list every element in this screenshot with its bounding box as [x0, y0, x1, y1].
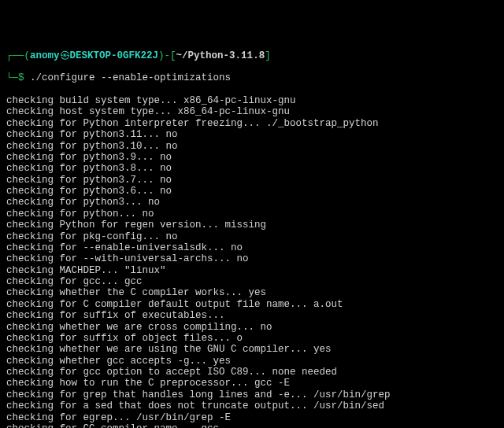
output-line: checking for Python interpreter freezing… — [6, 118, 498, 129]
output-line: checking whether gcc accepts -g... yes — [6, 356, 498, 367]
output-line: checking for gcc... gcc — [6, 276, 498, 287]
prompt-host: DESKTOP-0GFK22J — [70, 50, 159, 61]
output-line: checking build system type... x86_64-pc-… — [6, 95, 498, 106]
terminal-output: checking build system type... x86_64-pc-… — [6, 95, 498, 428]
output-line: checking for --enable-universalsdk... no — [6, 242, 498, 253]
prompt-open-bracket: [ — [170, 50, 176, 61]
prompt-line-2[interactable]: └─$ ./configure --enable-optimizations — [6, 72, 498, 83]
output-line: checking for python... no — [6, 208, 498, 220]
output-line: checking for python3.10... no — [6, 141, 498, 152]
prompt-second-prefix: └─ — [6, 72, 18, 83]
prompt-user: anomy — [30, 50, 60, 61]
prompt-dollar: $ — [18, 72, 30, 83]
output-line: checking for CC compiler name... gcc — [6, 423, 498, 428]
output-line: checking for a sed that does not truncat… — [6, 400, 498, 411]
output-line: checking for --with-universal-archs... n… — [6, 253, 498, 264]
output-line: checking for pkg-config... no — [6, 231, 498, 242]
output-line: checking for python3... no — [6, 197, 498, 208]
output-line: checking Python for regen version... mis… — [6, 220, 498, 231]
output-line: checking for python3.9... no — [6, 152, 498, 163]
output-line: checking how to run the C preprocessor..… — [6, 378, 498, 389]
output-line: checking for grep that handles long line… — [6, 389, 498, 400]
prompt-close-bracket: ] — [265, 50, 271, 61]
output-line: checking whether we are cross compiling.… — [6, 322, 498, 333]
output-line: checking for suffix of object files... o — [6, 333, 498, 344]
prompt-path: ~/Python-3.11.8 — [176, 50, 265, 61]
prompt-at: ㉿ — [60, 50, 70, 61]
command-text: ./configure --enable-optimizations — [30, 72, 231, 83]
output-line: checking whether we are using the GNU C … — [6, 344, 498, 355]
output-line: checking for python3.6... no — [6, 186, 498, 197]
output-line: checking MACHDEP... "linux" — [6, 265, 498, 276]
output-line: checking for egrep... /usr/bin/grep -E — [6, 412, 498, 423]
prompt-open: ┌──( — [6, 50, 30, 61]
output-line: checking for C compiler default output f… — [6, 299, 498, 310]
output-line: checking for python3.8... no — [6, 163, 498, 174]
prompt-dash: - — [165, 50, 171, 61]
output-line: checking for gcc option to accept ISO C8… — [6, 367, 498, 378]
output-line: checking for python3.7... no — [6, 175, 498, 186]
output-line: checking whether the C compiler works...… — [6, 287, 498, 298]
output-line: checking host system type... x86_64-pc-l… — [6, 106, 498, 117]
prompt-line-1: ┌──(anomy㉿DESKTOP-0GFK22J)-[~/Python-3.1… — [6, 50, 498, 61]
prompt-close-paren: ) — [158, 50, 165, 61]
output-line: checking for suffix of executables... — [6, 310, 498, 321]
output-line: checking for python3.11... no — [6, 129, 498, 140]
